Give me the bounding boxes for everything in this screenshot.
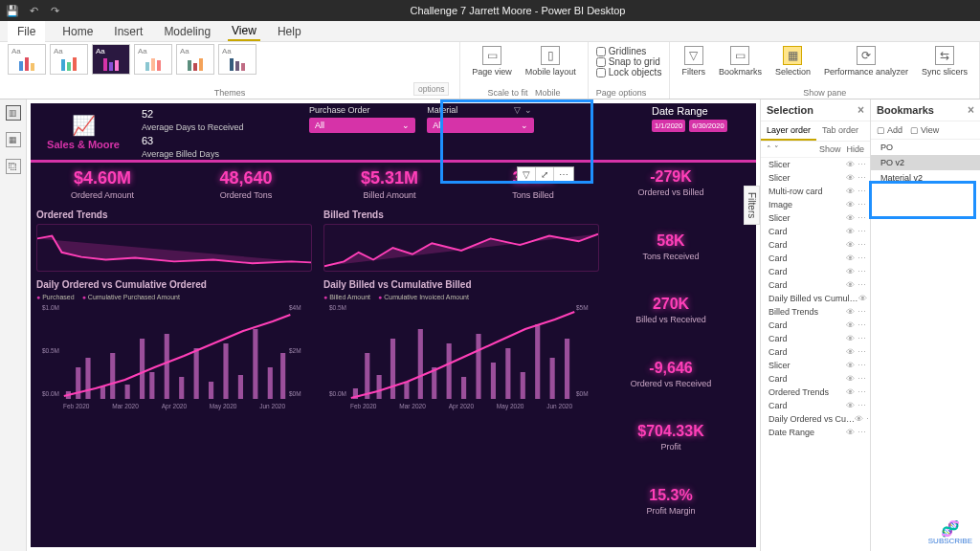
- chevron-down-icon[interactable]: ⌄: [524, 105, 532, 115]
- selection-item[interactable]: Card👁⋯: [761, 332, 870, 345]
- selection-item[interactable]: Slicer👁⋯: [761, 158, 870, 171]
- chevron-down-icon: ⌄: [402, 121, 410, 130]
- data-view-icon[interactable]: ▦: [6, 132, 21, 147]
- lock-check[interactable]: Lock objects: [596, 67, 662, 77]
- save-icon[interactable]: 💾: [6, 5, 19, 17]
- selection-item[interactable]: Billed Trends👁⋯: [761, 305, 870, 319]
- themes-group-label: Themes: [8, 88, 452, 99]
- tab-modeling[interactable]: Modeling: [160, 23, 214, 40]
- selection-item[interactable]: Card👁⋯: [761, 238, 870, 252]
- bookmarks-pane-title: Bookmarks: [877, 104, 934, 116]
- selection-item[interactable]: Card👁⋯: [761, 372, 870, 386]
- selection-item[interactable]: Card👁⋯: [761, 399, 870, 412]
- page-options-label: Page options: [596, 88, 662, 99]
- file-tab[interactable]: File: [8, 21, 45, 42]
- visibility-icon: 👁: [846, 173, 855, 183]
- layer-order-tab[interactable]: Layer order: [761, 121, 816, 141]
- selection-item[interactable]: Card👁⋯: [761, 278, 870, 292]
- svg-rect-28: [505, 348, 510, 399]
- selection-item[interactable]: Card👁⋯: [761, 225, 870, 238]
- visual-header-toolbar[interactable]: ▽ ⤢ ⋯: [517, 166, 574, 183]
- svg-rect-24: [447, 343, 452, 399]
- visibility-icon: 👁: [855, 414, 863, 424]
- sync-slicers-button[interactable]: ⇆Sync slicers: [918, 44, 971, 78]
- bookmark-item[interactable]: PO: [871, 140, 980, 155]
- selection-item[interactable]: Card👁⋯: [761, 319, 870, 332]
- selection-item[interactable]: Card👁⋯: [761, 345, 870, 359]
- page-view-button[interactable]: ▭Page view: [468, 44, 516, 78]
- gridlines-check[interactable]: Gridlines: [596, 46, 662, 56]
- tab-order-tab[interactable]: Tab order: [816, 121, 864, 141]
- selection-item[interactable]: Card👁⋯: [761, 252, 870, 265]
- hide-button[interactable]: Hide: [846, 144, 864, 154]
- selection-item[interactable]: Slicer👁⋯: [761, 211, 870, 225]
- svg-rect-19: [377, 375, 382, 399]
- svg-rect-29: [521, 372, 525, 399]
- svg-rect-23: [432, 367, 436, 399]
- selection-pane-button[interactable]: ▦Selection: [771, 44, 814, 78]
- material-slicer[interactable]: Material All⌄ ▽ ⌄: [421, 103, 539, 160]
- selection-item[interactable]: Date Range👁⋯: [761, 426, 870, 439]
- selection-item[interactable]: Card👁⋯: [761, 265, 870, 278]
- snap-check[interactable]: Snap to grid: [596, 56, 662, 67]
- model-view-icon[interactable]: ⿻: [6, 159, 21, 174]
- tab-view[interactable]: View: [228, 22, 260, 41]
- visibility-icon: 👁: [846, 428, 855, 437]
- performance-analyzer-button[interactable]: ⟳Performance analyzer: [820, 44, 912, 78]
- mobile-layout-button[interactable]: ▯Mobile layout: [522, 44, 580, 78]
- date-range-slicer[interactable]: Date Range 1/1/2020 6/30/2020: [646, 103, 756, 160]
- daily-ordered-combo-chart[interactable]: Daily Ordered vs Cumulative Ordered Purc…: [36, 279, 312, 410]
- visibility-icon: 👁: [846, 227, 855, 236]
- view-bookmark-button[interactable]: ▢ View: [910, 125, 939, 135]
- purchase-order-slicer[interactable]: Purchase Order All⌄: [303, 103, 421, 160]
- theme-gallery[interactable]: Aa Aa Aa Aa Aa Aa: [8, 44, 452, 75]
- card-billed-vs-received: 270KBilled vs Received: [605, 290, 737, 354]
- ordered-trends-chart[interactable]: Ordered Trends: [36, 209, 312, 272]
- visibility-icon: 👁: [858, 294, 867, 303]
- title-bar: 💾 ↶ ↷ Challenge 7 Jarrett Moore - Power …: [0, 0, 980, 21]
- close-icon[interactable]: ×: [968, 103, 974, 117]
- report-canvas: 📈 Sales & Moore 52 Average Days to Recei…: [31, 103, 756, 547]
- bookmark-item[interactable]: Material v2: [871, 170, 980, 186]
- svg-rect-6: [140, 339, 145, 399]
- report-view-icon[interactable]: ▥: [6, 105, 21, 121]
- card-ordered-vs-billed: -279KOrdered vs Billed: [605, 163, 737, 227]
- selection-item[interactable]: Daily Billed vs Cumul…👁⋯: [761, 292, 870, 305]
- tab-insert[interactable]: Insert: [110, 23, 146, 40]
- filters-pane-button[interactable]: ▽Filters: [678, 44, 709, 78]
- redo-icon[interactable]: ↷: [48, 5, 61, 17]
- billed-trends-chart[interactable]: Billed Trends: [323, 209, 599, 272]
- svg-rect-30: [535, 324, 540, 399]
- filters-pane-collapsed[interactable]: Filters: [744, 186, 760, 225]
- show-button[interactable]: Show: [819, 144, 841, 154]
- svg-rect-7: [149, 372, 154, 399]
- svg-rect-13: [238, 375, 243, 399]
- selection-item[interactable]: Slicer👁⋯: [761, 359, 870, 372]
- bookmarks-pane-button[interactable]: ▭Bookmarks: [715, 44, 766, 78]
- svg-rect-3: [100, 386, 105, 399]
- tab-home[interactable]: Home: [58, 23, 97, 40]
- layer-arrows[interactable]: ˄ ˅: [767, 144, 779, 154]
- svg-rect-11: [209, 382, 213, 399]
- tab-help[interactable]: Help: [274, 23, 305, 40]
- selection-item[interactable]: Ordered Trends👁⋯: [761, 386, 870, 399]
- selection-item[interactable]: Multi-row card👁⋯: [761, 185, 870, 198]
- selection-item[interactable]: Daily Ordered vs Cu…👁⋯: [761, 412, 870, 426]
- multi-row-card: 52 Average Days to Received 63 Average B…: [136, 103, 303, 160]
- filter-applied-icon[interactable]: ▽: [514, 105, 521, 115]
- bookmark-item[interactable]: PO v2: [871, 155, 980, 170]
- visibility-icon: 👁: [846, 200, 855, 209]
- selection-item[interactable]: Slicer👁⋯: [761, 171, 870, 185]
- card-ordered-tons: 48,640Ordered Tons: [174, 163, 318, 206]
- svg-rect-32: [565, 339, 569, 399]
- daily-billed-combo-chart[interactable]: Daily Billed vs Cumulative Billed Billed…: [323, 279, 599, 410]
- card-billed-amount: $5.31MBilled Amount: [318, 163, 461, 206]
- undo-icon[interactable]: ↶: [27, 5, 40, 17]
- svg-rect-2: [85, 358, 90, 399]
- visibility-icon: 👁: [846, 187, 855, 196]
- page-options-tooltip: options: [413, 82, 449, 96]
- selection-item[interactable]: Image👁⋯: [761, 198, 870, 211]
- add-bookmark-button[interactable]: ▢ Add: [877, 125, 902, 135]
- visibility-icon: 👁: [846, 253, 855, 263]
- close-icon[interactable]: ×: [858, 103, 864, 117]
